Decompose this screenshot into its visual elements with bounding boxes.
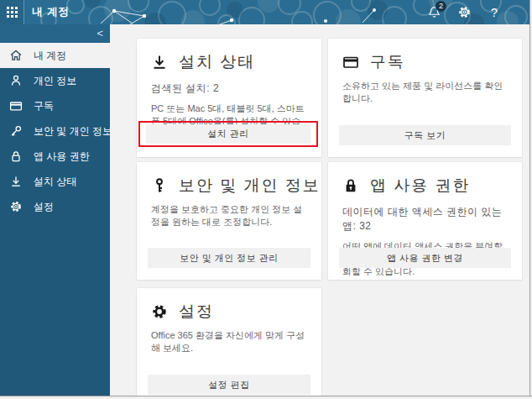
card-title: 설정 bbox=[179, 301, 214, 323]
lock-icon bbox=[342, 177, 359, 194]
chevron-left-icon: < bbox=[96, 27, 103, 39]
help-icon: ? bbox=[491, 5, 498, 19]
notifications-button[interactable]: 2 bbox=[423, 2, 445, 24]
tutorial-highlight-box: 설치 관리 bbox=[138, 121, 318, 147]
card-install-status: 설치 상태 검색된 설치: 2 PC 또는 Mac 5대, 태블릿 5대, 스마… bbox=[137, 39, 321, 157]
sidebar-item-label: 앱 사용 권한 bbox=[34, 150, 90, 164]
topbar-actions: 2 ? bbox=[423, 0, 505, 24]
gear-icon bbox=[9, 200, 23, 213]
sidebar-item-install-status[interactable]: 설치 상태 bbox=[0, 169, 110, 194]
sidebar-collapse-band: < bbox=[0, 24, 110, 43]
sidebar-item-subscriptions[interactable]: 구독 bbox=[0, 93, 110, 118]
window-bottom-edge bbox=[0, 396, 532, 399]
card-subscriptions: 구독 소유하고 있는 제품 및 라이선스를 확인합니다. 구독 보기 bbox=[328, 39, 522, 157]
sidebar-item-personal-info[interactable]: 개인 정보 bbox=[0, 68, 110, 93]
card-app-permissions: 앱 사용 권한 데이터에 대한 액세스 권한이 있는 앱: 32 어떤 앱에 데… bbox=[328, 162, 522, 280]
sidebar-item-app-permissions[interactable]: 앱 사용 권한 bbox=[0, 144, 110, 169]
sidebar-item-label: 보안 및 개인 정보 bbox=[34, 124, 112, 139]
sidebar-item-settings[interactable]: 설정 bbox=[0, 194, 110, 219]
card-title: 구독 bbox=[370, 51, 405, 73]
sidebar-collapse-button[interactable]: < bbox=[96, 24, 103, 43]
lock-icon bbox=[9, 150, 23, 163]
main-content: 설치 상태 검색된 설치: 2 PC 또는 Mac 5대, 태블릿 5대, 스마… bbox=[110, 24, 532, 399]
sidebar-item-security-privacy[interactable]: 보안 및 개인 정보 bbox=[0, 118, 110, 144]
sidebar-item-label: 설치 상태 bbox=[34, 175, 76, 189]
key-icon bbox=[151, 177, 168, 194]
card-title: 보안 및 개인 정보 bbox=[179, 175, 321, 197]
sidebar-item-label: 구독 bbox=[34, 99, 54, 113]
key-icon bbox=[9, 124, 23, 138]
sidebar-item-label: 내 계정 bbox=[34, 49, 66, 63]
card-security-privacy: 보안 및 개인 정보 계정을 보호하고 중요한 개인 정보 설정을 원하는 대로… bbox=[137, 162, 321, 280]
notification-badge: 2 bbox=[436, 1, 446, 12]
app-launcher-grid-icon bbox=[7, 7, 18, 18]
card-title: 앱 사용 권한 bbox=[370, 175, 471, 197]
help-button[interactable]: ? bbox=[483, 2, 505, 24]
download-icon bbox=[9, 175, 23, 188]
sidebar-nav: 내 계정 개인 정보 구독 bbox=[0, 43, 110, 219]
gear-icon bbox=[151, 303, 168, 320]
home-icon bbox=[9, 49, 23, 62]
person-icon bbox=[9, 74, 23, 87]
sidebar: < 내 계정 개인 정보 bbox=[0, 24, 110, 399]
card-description: Office 365 환경을 자신에게 맞게 구성해 보세요. bbox=[151, 329, 309, 354]
view-subscriptions-button[interactable]: 구독 보기 bbox=[339, 125, 511, 145]
page-title: 내 계정 bbox=[32, 0, 70, 24]
card-header: 앱 사용 권한 bbox=[328, 162, 522, 197]
sidebar-item-my-account[interactable]: 내 계정 bbox=[0, 43, 110, 68]
topbar: 내 계정 2 ? bbox=[0, 0, 532, 24]
gear-icon bbox=[457, 5, 472, 19]
card-description: 소유하고 있는 제품 및 라이선스를 확인합니다. bbox=[342, 80, 509, 105]
card-title: 설치 상태 bbox=[179, 51, 255, 73]
my-account-app: 내 계정 2 ? < bbox=[0, 0, 532, 399]
card-description: 계정을 보호하고 중요한 개인 정보 설정을 원하는 대로 조정합니다. bbox=[151, 203, 309, 228]
credit-card-icon bbox=[9, 99, 23, 113]
settings-gear-button[interactable] bbox=[453, 2, 475, 24]
edit-settings-button[interactable]: 설정 편집 bbox=[148, 375, 310, 395]
credit-card-icon bbox=[342, 54, 359, 71]
app-launcher-button[interactable] bbox=[0, 0, 23, 24]
card-settings: 설정 Office 365 환경을 자신에게 맞게 구성해 보세요. 설정 편집 bbox=[137, 288, 321, 397]
card-header: 설정 bbox=[137, 288, 321, 323]
installs-detected-stat: 검색된 설치: 2 bbox=[151, 81, 307, 96]
apps-with-access-stat: 데이터에 대한 액세스 권한이 있는 앱: 32 bbox=[342, 205, 508, 234]
card-header: 설치 상태 bbox=[137, 39, 321, 73]
card-header: 구독 bbox=[328, 39, 522, 73]
sidebar-item-label: 개인 정보 bbox=[34, 74, 76, 88]
manage-security-privacy-button[interactable]: 보안 및 개인 정보 관리 bbox=[148, 248, 310, 268]
manage-installs-button[interactable]: 설치 관리 bbox=[146, 124, 310, 144]
card-header: 보안 및 개인 정보 bbox=[137, 162, 321, 197]
sidebar-item-label: 설정 bbox=[34, 200, 54, 214]
download-icon bbox=[151, 54, 168, 71]
change-app-permissions-button[interactable]: 앱 사용 권한 변경 bbox=[339, 248, 511, 268]
topbar-divider bbox=[23, 0, 24, 24]
